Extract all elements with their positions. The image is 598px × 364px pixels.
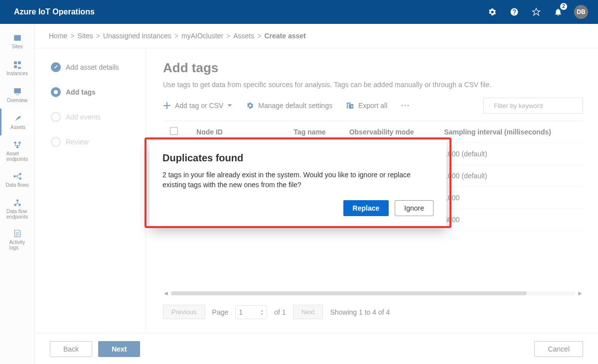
app-title: Azure IoT Operations bbox=[14, 7, 95, 16]
ignore-button[interactable]: Ignore bbox=[395, 200, 434, 216]
feedback-icon[interactable] bbox=[530, 6, 542, 18]
user-avatar[interactable]: DB bbox=[574, 5, 588, 19]
dialog-actions: Replace Ignore bbox=[162, 200, 434, 216]
replace-button[interactable]: Replace bbox=[343, 200, 389, 216]
duplicates-dialog: Duplicates found 2 tags in your file alr… bbox=[150, 140, 447, 227]
notifications-badge: 2 bbox=[560, 3, 567, 10]
settings-icon[interactable] bbox=[486, 6, 498, 18]
notifications-icon[interactable]: 2 bbox=[552, 6, 564, 18]
dialog-title: Duplicates found bbox=[162, 152, 434, 164]
dialog-body: 2 tags in your file already exist in the… bbox=[162, 170, 434, 190]
help-icon[interactable] bbox=[508, 6, 520, 18]
header-actions: 2 DB bbox=[486, 5, 588, 19]
app-header: Azure IoT Operations 2 DB bbox=[0, 0, 598, 24]
